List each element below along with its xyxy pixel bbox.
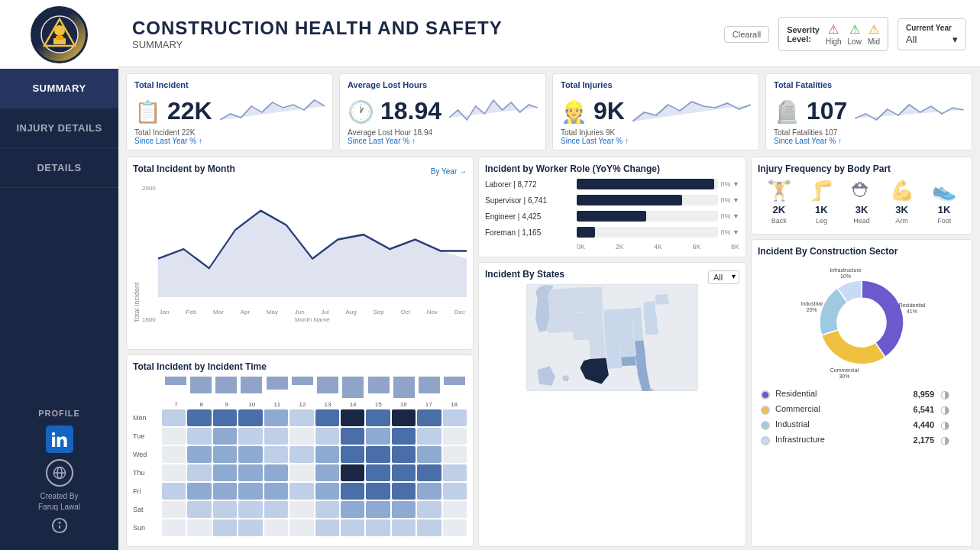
kpi-total-incident: Total Incident 📋 22K Total Incident 22K … <box>126 73 333 150</box>
heatmap-cell <box>315 519 339 536</box>
state-vt-nh[interactable] <box>643 301 655 308</box>
heatmap-cell <box>315 409 339 426</box>
heatmap-cell <box>213 464 237 481</box>
state-in[interactable] <box>632 320 642 332</box>
bar-axis-label: 4K <box>654 243 662 251</box>
heatmap-cell <box>315 446 339 463</box>
svg-point-2 <box>54 25 65 36</box>
kpi-title-fatalities: Total Fatalities <box>774 80 964 89</box>
heatmap-day-label: Sun <box>133 524 162 532</box>
state-md-va[interactable] <box>645 327 659 335</box>
sidebar-item-summary[interactable]: SUMMARY <box>0 69 118 108</box>
x-label-aug: Aug <box>345 309 356 315</box>
state-ny[interactable] <box>643 307 657 319</box>
heatmap-cell <box>315 483 339 500</box>
states-dropdown[interactable]: All <box>708 270 739 284</box>
state-mi[interactable] <box>632 307 642 322</box>
info-icon[interactable] <box>51 517 68 538</box>
year-select[interactable]: All ▾ <box>906 34 958 45</box>
year-dropdown-icon: ▾ <box>953 34 958 45</box>
profile-section: PROFILE Created By Faruq Lawal <box>0 396 118 550</box>
state-wv[interactable] <box>635 341 645 356</box>
state-nm[interactable] <box>573 328 590 340</box>
heatmap-cell <box>392 446 416 463</box>
svg-rect-4 <box>56 36 63 40</box>
state-mt[interactable] <box>562 288 577 315</box>
states-panel: Incident By States All ▾ <box>478 262 746 547</box>
heatmap-cell <box>366 446 390 463</box>
bar-track <box>577 195 718 205</box>
severity-low[interactable]: ⚠ Low <box>848 22 862 46</box>
donut-label-commercial: Commercial <box>830 367 859 373</box>
state-wy[interactable] <box>575 287 590 312</box>
donut-label-industrial: Industrial <box>800 301 823 306</box>
line-chart-header: Total Incident by Month By Year → <box>133 163 467 179</box>
state-mn[interactable] <box>603 309 619 327</box>
heatmap-cell <box>443 409 467 426</box>
heatmap-top-bar <box>342 377 364 398</box>
severity-mid[interactable]: ⚠ Mid <box>868 22 880 46</box>
heatmap-cell <box>238 446 262 463</box>
state-il[interactable] <box>619 325 634 339</box>
donut-pct-residential: 41% <box>907 309 917 314</box>
state-nd[interactable] <box>587 287 603 312</box>
header-controls: Clearall SeverityLevel: ⚠ High ⚠ Low ⚠ M… <box>724 17 966 51</box>
sidebar-item-injury-details[interactable]: INJURY DETAILS <box>0 108 118 148</box>
website-icon[interactable] <box>46 459 73 487</box>
state-az[interactable] <box>562 314 574 333</box>
state-id[interactable] <box>548 289 563 316</box>
state-co[interactable] <box>573 312 589 329</box>
kpi-sparkline-fatalities <box>855 91 964 125</box>
state-ks[interactable] <box>589 338 605 351</box>
heatmap-top-bar <box>317 377 338 393</box>
heatmap-cell <box>341 483 364 500</box>
heatmap-cells <box>162 519 467 536</box>
sector-name: Infrastructure <box>758 432 888 448</box>
state-sd[interactable] <box>587 310 603 328</box>
sector-arrow: ◑ <box>937 432 965 448</box>
heatmap-row: Wed <box>133 446 467 463</box>
injuries-icon: 👷 <box>561 99 587 125</box>
severity-high[interactable]: ⚠ High <box>826 22 842 46</box>
state-me[interactable] <box>655 294 670 305</box>
state-ne[interactable] <box>588 327 604 341</box>
sidebar-item-details[interactable]: DETAILS <box>0 148 118 188</box>
content-area: Total Incident by Month By Year → Total … <box>118 154 980 550</box>
heatmap-cells <box>162 501 467 518</box>
heatmap-top-bar <box>215 377 237 393</box>
heatmap-cell <box>366 501 390 518</box>
state-ia[interactable] <box>604 326 619 341</box>
header: CONSTRUCTION HEALTH AND SAFETY SUMMARY C… <box>118 0 980 67</box>
bp-item-leg: 🦵 1K Leg <box>809 179 833 225</box>
heatmap-day-label: Tue <box>133 432 162 440</box>
state-wi[interactable] <box>618 309 633 326</box>
heatmap-hours-row: 789101112131415161718 <box>133 401 467 408</box>
heatmap-hour-label: 13 <box>315 401 340 408</box>
bar-label: Engineer | 4,425 <box>485 212 577 221</box>
sector-title: Incident By Construction Sector <box>758 246 965 257</box>
donut-segment-commercial[interactable] <box>822 330 885 364</box>
state-ar[interactable] <box>606 350 621 360</box>
heatmap-cells <box>162 483 467 500</box>
state-ms[interactable] <box>621 357 636 367</box>
state-ky[interactable] <box>619 337 635 349</box>
heatmap-cell <box>213 519 237 536</box>
sector-value: 6,541 <box>888 402 938 417</box>
state-oh[interactable] <box>634 331 644 342</box>
kpi-title-hours: Average Lost Hours <box>348 80 538 89</box>
state-pa[interactable] <box>645 318 658 328</box>
sector-value: 8,959 <box>888 387 938 402</box>
sector-name: Commercial <box>758 402 888 417</box>
heatmap-row: Sun <box>133 519 467 536</box>
heatmap-cell <box>238 519 262 536</box>
heatmap-top-bar-wrap <box>215 377 238 398</box>
linkedin-icon[interactable] <box>46 425 73 453</box>
line-chart-title: Total Incident by Month <box>133 163 235 174</box>
heatmap-cell <box>213 501 237 518</box>
by-year-button[interactable]: By Year → <box>431 167 467 176</box>
x-label-apr: Apr <box>241 309 250 315</box>
state-la[interactable] <box>607 359 623 369</box>
worker-role-bar-row: Supervisor | 6,741 0% ▼ <box>485 195 739 205</box>
state-mo[interactable] <box>605 339 620 351</box>
clear-all-button[interactable]: Clearall <box>724 26 769 43</box>
